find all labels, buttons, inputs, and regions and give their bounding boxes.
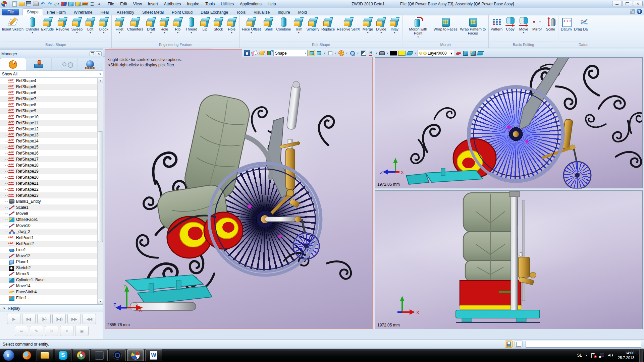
viewport-bottom-right[interactable]: X 1972.05 mm: [375, 190, 643, 329]
menu-item[interactable]: Edit: [117, 1, 130, 7]
ribbon-button[interactable]: Pattern ▾: [490, 16, 503, 31]
ribbon-button[interactable]: Copy ▾: [503, 16, 517, 31]
solid-box-icon[interactable]: [463, 50, 469, 56]
tree-item[interactable]: RefShape18: [0, 162, 97, 168]
sheets-icon[interactable]: [407, 50, 413, 56]
eraser-icon[interactable]: [251, 50, 258, 56]
replay-button[interactable]: (▶▮): [52, 314, 66, 324]
ribbon-button[interactable]: Inlay ▾: [388, 16, 401, 34]
tree-item[interactable]: RefShape20: [0, 174, 97, 180]
chevron-down-icon[interactable]: ▾: [375, 52, 378, 55]
replay-button[interactable]: (▶): [37, 314, 51, 324]
dropdown-arrow-icon[interactable]: ▾: [103, 32, 104, 34]
replay-button[interactable]: ◀◀: [83, 314, 96, 324]
dropdown-arrow-icon[interactable]: ▾: [380, 32, 382, 34]
pick-color-icon[interactable]: [266, 50, 272, 56]
tree-item[interactable]: RefShape23: [0, 192, 97, 198]
layer-select[interactable]: Layer0000 ▾: [418, 50, 454, 56]
ribbon-button[interactable]: Divide ▾: [374, 16, 388, 34]
textured-box-icon[interactable]: [470, 50, 476, 56]
tree-item[interactable]: OffsetFace1: [0, 217, 97, 223]
ribbon-button[interactable]: Loft ▾: [84, 16, 97, 34]
ribbon-button[interactable]: Stock ▾: [212, 16, 225, 31]
black-color-swatch[interactable]: [390, 51, 397, 56]
tree-item[interactable]: RefShape11: [0, 120, 97, 126]
ribbon-button[interactable]: Extrude ▾: [40, 16, 55, 31]
tree-item[interactable]: RefShape10: [0, 114, 97, 120]
view-cube-button[interactable]: [316, 50, 322, 56]
ribbon-button[interactable]: Thread ▾: [184, 16, 198, 34]
dropdown-arrow-icon[interactable]: ▾: [367, 32, 368, 34]
replay-tool-button[interactable]: ∞: [15, 326, 28, 336]
menu-item[interactable]: Insert: [145, 1, 161, 7]
replay-tool-button[interactable]: ✎: [30, 326, 43, 336]
undo-icon[interactable]: ↶: [40, 1, 46, 7]
tree-item[interactable]: RefShape7: [0, 96, 97, 102]
dropdown-arrow-icon[interactable]: ▾: [76, 32, 77, 34]
volume-icon[interactable]: [607, 353, 613, 358]
tree-item[interactable]: Scale1: [0, 204, 97, 210]
menu-item[interactable]: Help: [265, 1, 279, 7]
menu-item[interactable]: Applications: [237, 1, 265, 7]
new-file-icon[interactable]: [11, 1, 17, 7]
ribbon-button[interactable]: Merge ▾: [361, 16, 374, 34]
ribbon-button[interactable]: Hole ▾: [158, 16, 171, 34]
ribbon-button[interactable]: Revolve ▾: [55, 16, 70, 31]
ribbon-tab[interactable]: Heal: [96, 9, 113, 15]
close-button[interactable]: [633, 1, 643, 6]
chevron-down-icon[interactable]: ▾: [357, 52, 359, 55]
tree-item[interactable]: Plane1: [0, 259, 97, 265]
dimension-icon[interactable]: [368, 50, 374, 56]
help-button[interactable]: ?: [637, 9, 642, 14]
viewport-top-right[interactable]: Z X 1972.05 mm: [375, 57, 643, 188]
view-mode-icon[interactable]: ◇▾: [54, 1, 60, 7]
tree-item[interactable]: RefShape5: [0, 84, 97, 90]
tree-item[interactable]: RefShape17: [0, 156, 97, 162]
ribbon-button[interactable]: Mirror ▾: [530, 16, 544, 31]
tree-filter-dropdown[interactable]: Show All ▾: [0, 71, 103, 78]
ribbon-button[interactable]: Hole ▾: [225, 16, 238, 34]
ribbon-tab[interactable]: Mold: [294, 9, 311, 15]
replay-button[interactable]: ▶▮: [22, 314, 36, 324]
collapse-icon[interactable]: ◂: [96, 1, 102, 7]
ribbon-tab[interactable]: Tools: [232, 9, 250, 15]
ribbon-button[interactable]: Datum ▾: [559, 16, 573, 31]
dropdown-arrow-icon[interactable]: ▾: [150, 32, 152, 34]
log-toggle-icon[interactable]: [515, 341, 523, 348]
clock[interactable]: 14:00 25.7.2013: [618, 351, 634, 360]
tree-item[interactable]: Mirror3: [0, 271, 97, 277]
action-center-icon[interactable]: ×: [591, 353, 596, 358]
ribbon-button[interactable]: Face Offset ▾: [241, 16, 262, 34]
viewport-main[interactable]: <right-click> for context-sensitive opti…: [105, 49, 373, 329]
tree-item[interactable]: RefShape12: [0, 126, 97, 132]
tree-item[interactable]: RefShape13: [0, 132, 97, 138]
ribbon-tab[interactable]: File: [2, 9, 19, 15]
print-icon[interactable]: [33, 1, 39, 7]
ribbon-tab[interactable]: Inquire: [274, 9, 294, 15]
ribbon-button[interactable]: Block ▾: [97, 16, 110, 34]
ribbon-button[interactable]: Shell ▾: [262, 16, 275, 31]
ribbon-button[interactable]: Wrap to Faces ▾: [432, 16, 458, 31]
textured-display-icon[interactable]: [75, 1, 81, 7]
ribbon-tab[interactable]: Wireframe: [70, 9, 96, 15]
shape-filter-select[interactable]: Shape ▾: [273, 50, 308, 56]
tree-item[interactable]: RefPoint1: [0, 235, 97, 241]
replay-tool-button[interactable]: ▣: [75, 326, 89, 336]
tree-item[interactable]: RefShape8: [0, 102, 97, 108]
tree-item[interactable]: RefShape6: [0, 90, 97, 96]
tree-item[interactable]: RefShape9: [0, 108, 97, 114]
manager-restore-button[interactable]: [90, 51, 95, 56]
shade-mode-button[interactable]: [309, 50, 315, 56]
replay-tool-button[interactable]: ⚐: [45, 326, 58, 336]
show-desktop-button[interactable]: [639, 349, 643, 362]
menu-item[interactable]: View: [130, 1, 145, 7]
tray-expand-icon[interactable]: ▲: [585, 354, 588, 357]
ribbon-button[interactable]: Resolve SelfX ▾: [336, 16, 361, 31]
dropdown-arrow-icon[interactable]: ▾: [90, 32, 91, 34]
pick-face-icon[interactable]: [259, 50, 265, 56]
manager-close-button[interactable]: [96, 51, 102, 56]
ribbon-tab[interactable]: Shape: [22, 8, 43, 15]
dropdown-arrow-icon[interactable]: ▾: [119, 32, 120, 34]
ribbon-button[interactable]: Replace ▾: [320, 16, 336, 31]
manager-tab-render[interactable]: [77, 58, 103, 70]
